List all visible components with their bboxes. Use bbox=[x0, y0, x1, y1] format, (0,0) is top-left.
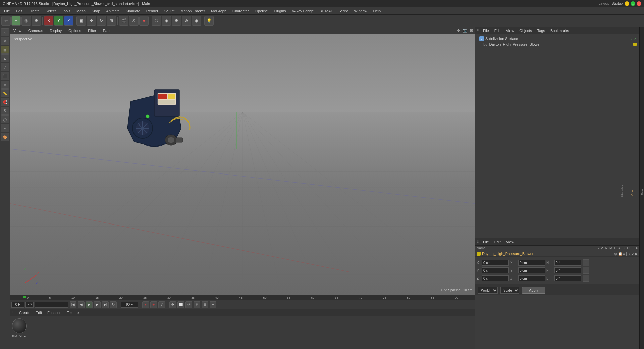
playback-play[interactable]: ▶ bbox=[86, 301, 93, 308]
current-frame-input[interactable] bbox=[11, 302, 24, 308]
coord-yr-input[interactable] bbox=[518, 267, 545, 273]
coord-z-btn[interactable]: ↕ bbox=[583, 275, 589, 282]
viewport-menu-filter[interactable]: Filter bbox=[86, 28, 98, 33]
attr-icon-3[interactable]: ≡ bbox=[623, 252, 625, 256]
mat-menu-edit[interactable]: Edit bbox=[34, 310, 43, 315]
timeline[interactable]: 0 5 10 15 20 25 30 35 40 45 50 55 60 65 … bbox=[10, 295, 475, 300]
viewport-icon-move[interactable]: ✥ bbox=[456, 28, 461, 33]
coord-y-input[interactable] bbox=[482, 267, 509, 273]
coord-b-input[interactable] bbox=[554, 275, 581, 281]
grid-btn[interactable]: ⊞ bbox=[202, 301, 208, 308]
playback-next-frame[interactable]: ▶ bbox=[94, 301, 101, 308]
tool-measure[interactable]: 📏 bbox=[1, 89, 9, 97]
tool-move[interactable]: ✥ bbox=[1, 37, 9, 45]
maximize-button[interactable]: □ bbox=[631, 1, 635, 6]
strip-attributes[interactable]: Attributes bbox=[621, 185, 624, 198]
end-frame-input[interactable] bbox=[121, 302, 138, 308]
tool-cube[interactable]: ⬛ bbox=[1, 72, 9, 80]
mat-menu-create[interactable]: Create bbox=[18, 310, 32, 315]
material-item-mat-air[interactable]: mat_Air_... bbox=[11, 318, 28, 348]
viewport[interactable]: Perspective bbox=[10, 34, 475, 295]
menu-create[interactable]: Create bbox=[26, 8, 42, 14]
menu-help[interactable]: Help bbox=[371, 8, 384, 14]
deformer-button[interactable]: ⊛ bbox=[182, 16, 191, 26]
viewport-icon-maximize[interactable]: ⊡ bbox=[469, 28, 474, 33]
render-button[interactable]: ◎ bbox=[21, 16, 31, 26]
obj-menu-view[interactable]: View bbox=[505, 28, 516, 33]
close-button[interactable]: × bbox=[637, 1, 641, 6]
keyframe-btn[interactable]: ? bbox=[158, 301, 165, 308]
tool-select[interactable]: ↖ bbox=[1, 28, 9, 36]
coord-p-input[interactable] bbox=[554, 267, 581, 273]
menu-script[interactable]: Script bbox=[336, 8, 351, 14]
viewport-menu-options[interactable]: Options bbox=[66, 28, 83, 33]
menu-vray[interactable]: V-Ray Bridge bbox=[289, 8, 317, 14]
polygon-button[interactable]: ⬡ bbox=[152, 16, 161, 26]
tool-nurbs[interactable]: ◈ bbox=[1, 81, 9, 89]
z-axis-button[interactable]: Z bbox=[64, 16, 73, 26]
menu-file[interactable]: File bbox=[1, 8, 13, 14]
viewport-menu-panel[interactable]: Panel bbox=[101, 28, 114, 33]
obj-menu-bookmarks[interactable]: Bookmarks bbox=[549, 28, 570, 33]
menu-simulate[interactable]: Simulate bbox=[123, 8, 143, 14]
coord-y-btn[interactable]: ↕ bbox=[583, 267, 589, 274]
move-button[interactable]: ✥ bbox=[87, 16, 96, 26]
object-dayton[interactable]: Lᴏ Dayton_High_Pressure_Blower bbox=[477, 42, 638, 47]
coord-system-select[interactable]: World Local Object bbox=[478, 287, 498, 294]
motion-btn[interactable]: ✥ bbox=[169, 301, 176, 308]
tool-magnet[interactable]: 🧲 bbox=[1, 98, 9, 106]
record-btn[interactable]: ● bbox=[142, 301, 149, 308]
menu-animate[interactable]: Animate bbox=[104, 8, 122, 14]
menu-render[interactable]: Render bbox=[144, 8, 161, 14]
light-button[interactable]: 💡 bbox=[204, 16, 214, 26]
tool-spline[interactable]: ╱ bbox=[1, 63, 9, 71]
apply-button[interactable]: Apply bbox=[522, 287, 545, 294]
nurbs-button[interactable]: ◈ bbox=[162, 16, 171, 26]
viewport-menu-cameras[interactable]: Cameras bbox=[26, 28, 45, 33]
mat-menu-texture[interactable]: Texture bbox=[65, 310, 80, 315]
generator-button[interactable]: ⚙ bbox=[172, 16, 181, 26]
tool-checker[interactable]: ▦ bbox=[1, 46, 9, 54]
attr-icon-1[interactable]: ◎ bbox=[614, 252, 617, 256]
playback-next-end[interactable]: ▶| bbox=[102, 301, 109, 308]
attr-icon-4[interactable]: | bbox=[626, 252, 627, 256]
record-button[interactable]: ● bbox=[139, 16, 149, 26]
viewport-menu-view[interactable]: View bbox=[11, 28, 23, 33]
coord-x-btn[interactable]: ↕ bbox=[583, 259, 589, 266]
auto-keyframe-btn[interactable]: ◈ bbox=[150, 301, 157, 308]
menu-pipeline[interactable]: Pipeline bbox=[252, 8, 270, 14]
tool-paint[interactable]: ▲ bbox=[1, 54, 9, 62]
tool-sculpt[interactable]: ◯ bbox=[1, 115, 9, 123]
viewport-mode-button[interactable]: ▣ bbox=[76, 16, 86, 26]
minimize-button[interactable]: − bbox=[625, 1, 629, 6]
attr-menu-file[interactable]: File bbox=[482, 239, 490, 245]
menu-character[interactable]: Character bbox=[230, 8, 251, 14]
playback-loop[interactable]: ↻ bbox=[110, 301, 117, 308]
viewport-icon-camera[interactable]: 📷 bbox=[462, 28, 468, 33]
selected-object-row[interactable]: Dayton_High_Pressure_Blower ◎ 📋 ≡ | ▷ ✓ … bbox=[475, 251, 639, 257]
scale-select[interactable]: Scale bbox=[500, 287, 519, 294]
coord-xr-input[interactable] bbox=[518, 260, 545, 266]
playback-prev-frame[interactable]: ◀ bbox=[78, 301, 85, 308]
coord-z-input[interactable] bbox=[482, 275, 509, 281]
playback-prev-end[interactable]: |◀ bbox=[70, 301, 76, 308]
undo-button[interactable]: ↩ bbox=[1, 16, 11, 26]
tool-layers[interactable]: ≡ bbox=[1, 124, 9, 132]
menu-sculpt[interactable]: Sculpt bbox=[162, 8, 177, 14]
coord-zr-input[interactable] bbox=[518, 275, 545, 281]
rotate-button[interactable]: ↻ bbox=[97, 16, 106, 26]
viewport-menu-display[interactable]: Display bbox=[48, 28, 64, 33]
key-btn[interactable]: ⬜ bbox=[177, 301, 184, 308]
menu-mograph[interactable]: MoGraph bbox=[208, 8, 229, 14]
timeline-button[interactable]: ⏱ bbox=[129, 16, 139, 26]
attr-icon-5[interactable]: ▷ bbox=[628, 252, 631, 256]
attr-icon-6[interactable]: ✓ bbox=[632, 252, 634, 256]
obj-menu-file[interactable]: File bbox=[482, 28, 490, 33]
obj-menu-objects[interactable]: Objects bbox=[518, 28, 533, 33]
menu-mesh[interactable]: Mesh bbox=[74, 8, 88, 14]
object-subdivision-surface[interactable]: S Subdivision Surface ✓ ✓ bbox=[477, 36, 638, 42]
menu-tools[interactable]: Tools bbox=[59, 8, 73, 14]
settings-btn[interactable]: ≡ bbox=[210, 301, 216, 308]
menu-snap[interactable]: Snap bbox=[89, 8, 103, 14]
menu-select[interactable]: Select bbox=[43, 8, 59, 14]
